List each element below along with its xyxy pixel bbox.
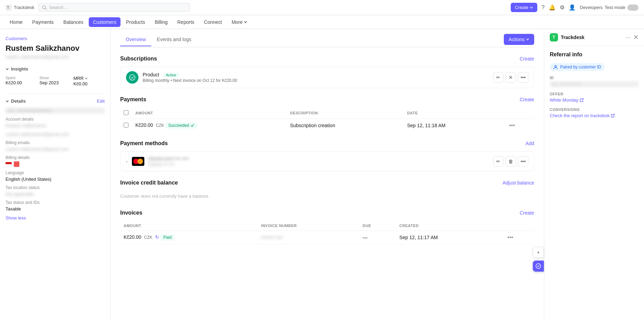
panel-menu-button[interactable]: ··· <box>625 34 631 41</box>
pm-more-button[interactable]: ••• <box>518 156 528 167</box>
invoice-row-menu: ••• <box>504 231 534 244</box>
adjust-balance-link[interactable]: Adjust balance <box>502 180 534 186</box>
insights-grid: Spent Kč20.00 Since Sep 2023 MRR Kč0.00 <box>6 76 105 86</box>
details-section-header[interactable]: Details <box>6 98 26 104</box>
invoices-amount-col: AMOUNT <box>120 221 258 231</box>
chevron-down-icon <box>244 20 247 24</box>
search-placeholder: Search... <box>49 5 67 10</box>
trackdesk-icon <box>536 263 541 269</box>
payments-date-col: DATE <box>404 107 506 119</box>
nav-item-connect[interactable]: Connect <box>200 17 226 27</box>
payment-checkbox[interactable] <box>124 123 128 128</box>
nav-item-balances[interactable]: Balances <box>59 17 88 27</box>
main-nav: Home Payments Balances Customers Product… <box>0 15 644 29</box>
pm-name: Mastercard •••• •••• <box>148 156 489 161</box>
paid-badge: Paid <box>161 234 174 241</box>
payments-create-link[interactable]: Create <box>520 97 534 102</box>
panel-offer-link[interactable]: White Monday <box>550 97 638 103</box>
insight-since: Since Sep 2023 <box>39 76 70 86</box>
test-mode-label: Test mode <box>605 5 625 10</box>
subscriptions-title: Subscriptions <box>120 56 157 62</box>
external-link-icon <box>611 114 615 117</box>
pm-expand-icon[interactable]: › <box>126 159 128 164</box>
fab-trackdesk-button[interactable] <box>533 261 544 272</box>
payment-methods-title: Payment methods <box>120 140 168 147</box>
invoice-currency: CZK <box>144 235 152 240</box>
fab-plus-button[interactable]: + <box>533 247 544 258</box>
pm-edit-button[interactable]: ✏ <box>493 156 503 167</box>
external-link-icon <box>580 98 584 102</box>
subscription-edit-button[interactable]: ✏ <box>493 72 503 83</box>
user-icon <box>553 65 558 69</box>
invoice-credit-header: Invoice credit balance Adjust balance <box>120 180 534 186</box>
developers-label[interactable]: Developers <box>580 5 603 10</box>
insight-mrr: MRR Kč0.00 <box>74 76 105 86</box>
search-bar[interactable]: Search... <box>38 3 190 12</box>
actions-button[interactable]: Actions <box>504 34 534 45</box>
pm-expiry: Expires ••• •••• <box>148 162 489 167</box>
show-less-link[interactable]: Show less <box>6 215 26 220</box>
nav-item-products[interactable]: Products <box>122 17 149 27</box>
customer-sidebar: Customers Rustem Salikzhanov rustem.sali… <box>0 29 110 320</box>
settings-icon[interactable]: ⚙ <box>560 4 565 11</box>
nav-item-reports[interactable]: Reports <box>173 17 199 27</box>
panel-offer-label: OFFER <box>550 92 638 96</box>
panel-conversions-label: CONVERSIONS <box>550 107 638 112</box>
invoice-menu-button[interactable]: ••• <box>507 234 513 241</box>
panel-header: T Trackdesk ··· ✕ <box>544 29 644 46</box>
billing-details-label: Billing details <box>6 155 105 160</box>
language-section: Language English (United States) <box>6 170 105 182</box>
nav-item-more[interactable]: More <box>228 17 251 27</box>
nav-item-payments[interactable]: Payments <box>28 17 58 27</box>
user-icon[interactable]: 👤 <box>569 4 576 11</box>
tab-overview[interactable]: Overview <box>120 33 151 46</box>
billing-details-section: Billing details <box>6 155 105 167</box>
customer-id-row: cus_xxxxxxxxxxxxxx <box>6 108 105 113</box>
edit-link[interactable]: Edit <box>97 98 105 104</box>
tab-events-and-logs[interactable]: Events and logs <box>151 33 197 46</box>
panel-conversions-link[interactable]: Check the report on trackdesk <box>550 113 638 118</box>
active-badge: Active <box>163 73 179 77</box>
payment-menu-button[interactable]: ••• <box>509 122 515 129</box>
succeeded-badge: Succeeded <box>165 122 197 129</box>
nav-item-home[interactable]: Home <box>6 17 27 27</box>
subscription-more-button[interactable]: ••• <box>518 72 528 83</box>
nav-item-billing[interactable]: Billing <box>151 17 172 27</box>
invoices-number-col: INVOICE NUMBER <box>258 221 359 231</box>
customer-id: cus_xxxxxxxxxxxxxx <box>6 108 105 113</box>
insight-spent: Spent Kč20.00 <box>6 76 37 86</box>
panel-app-name: Trackdesk <box>561 35 623 40</box>
account-details-label: Account details <box>6 117 105 122</box>
nav-item-customers[interactable]: Customers <box>89 17 121 27</box>
subscription-billing: Billing monthly • Next invoice on Oct 12… <box>143 78 489 83</box>
payment-methods-add-link[interactable]: Add <box>526 141 534 146</box>
account-details-section: Account details Rustem Salikzhanov ruste… <box>6 117 105 137</box>
payments-table-header: AMOUNT DESCRIPTION DATE <box>120 107 534 119</box>
help-icon[interactable]: ? <box>541 4 545 11</box>
subscriptions-header: Subscriptions Create <box>120 56 534 62</box>
panel-logo: T <box>550 33 558 41</box>
notifications-icon[interactable]: 🔔 <box>549 4 556 11</box>
tab-actions: Actions <box>504 32 534 47</box>
create-button[interactable]: Create <box>511 3 537 12</box>
paired-badge[interactable]: Paired by customer ID <box>550 63 605 71</box>
invoices-due-col: DUE <box>359 221 396 231</box>
pm-delete-button[interactable]: 🗑 <box>506 156 516 167</box>
referral-title: Referral info <box>550 51 638 58</box>
pm-info: Mastercard •••• •••• Expires ••• •••• <box>148 156 489 167</box>
payments-actions-col <box>506 107 534 119</box>
svg-line-3 <box>46 8 47 10</box>
subscription-cancel-button[interactable]: ✕ <box>506 72 516 83</box>
subscriptions-create-link[interactable]: Create <box>520 56 534 62</box>
breadcrumb[interactable]: Customers <box>6 36 105 41</box>
invoices-table-header: AMOUNT INVOICE NUMBER DUE CREATED <box>120 221 534 231</box>
panel-content: Referral info Paired by customer ID ID p… <box>544 46 644 320</box>
test-mode-toggle[interactable] <box>627 4 638 11</box>
panel-close-button[interactable]: ✕ <box>633 34 638 41</box>
app-logo: T Trackdesk <box>6 4 34 11</box>
refresh-icon[interactable]: ↻ <box>155 234 159 240</box>
insights-section-header[interactable]: Insights <box>6 66 105 72</box>
payments-select-all[interactable] <box>124 110 128 115</box>
invoices-create-link[interactable]: Create <box>520 210 534 216</box>
svg-point-4 <box>129 75 135 80</box>
